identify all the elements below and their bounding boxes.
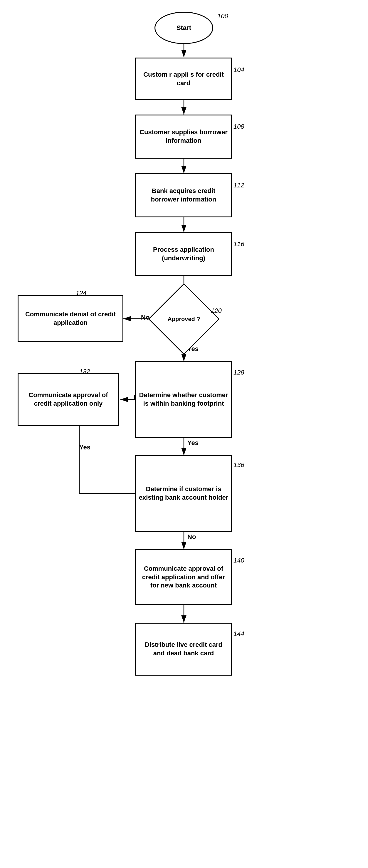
ref-136: 136: [234, 461, 244, 469]
ref-144: 144: [234, 630, 244, 638]
ref-116: 116: [234, 240, 244, 248]
node-140-label: Communicate approval of credit applicati…: [136, 562, 231, 592]
ref-108: 108: [234, 123, 244, 130]
node-124-label: Communicate denial of credit application: [19, 308, 122, 329]
node-136: Determine if customer is existing bank a…: [135, 455, 232, 532]
ref-124: 124: [76, 289, 87, 297]
no-label-3: No: [187, 533, 196, 541]
no-label-1: No: [141, 314, 150, 321]
node-132-label: Communicate approval of credit applicati…: [19, 389, 118, 410]
node-120-label: Approved ?: [167, 316, 200, 322]
node-108-label: Customer supplies borrower information: [136, 126, 231, 147]
node-104: Custom r appli s for credit card: [135, 58, 232, 100]
node-112-label: Bank acquires credit borrower informatio…: [136, 184, 231, 206]
node-104-label: Custom r appli s for credit card: [136, 68, 231, 90]
node-144: Distribute live credit card and dead ban…: [135, 623, 232, 676]
node-144-label: Distribute live credit card and dead ban…: [136, 638, 231, 660]
node-108: Customer supplies borrower information: [135, 115, 232, 159]
node-116-label: Process application (underwriting): [136, 243, 231, 265]
node-128: Determine whether customer is within ban…: [135, 361, 232, 438]
yes-label-3: Yes: [79, 443, 90, 451]
node-132: Communicate approval of credit applicati…: [18, 373, 119, 426]
yes-label-2: Yes: [187, 439, 198, 447]
ref-132: 132: [79, 368, 90, 375]
ref-140: 140: [234, 557, 244, 564]
node-140: Communicate approval of credit applicati…: [135, 549, 232, 605]
node-124: Communicate denial of credit application: [18, 295, 123, 342]
ref-112: 112: [234, 182, 244, 189]
node-120: Approved ?: [159, 294, 209, 344]
node-128-label: Determine whether customer is within ban…: [136, 389, 231, 410]
node-116: Process application (underwriting): [135, 232, 232, 276]
node-112: Bank acquires credit borrower informatio…: [135, 173, 232, 217]
ref-104: 104: [234, 66, 244, 74]
start-label: Start: [174, 22, 193, 35]
start-node: Start: [154, 12, 213, 44]
ref-100: 100: [217, 12, 228, 20]
ref-128: 128: [234, 369, 244, 376]
flowchart: No Yes No Yes Yes No Start 100 Custom r …: [0, 0, 368, 868]
ref-120: 120: [211, 307, 222, 315]
node-136-label: Determine if customer is existing bank a…: [136, 483, 231, 504]
